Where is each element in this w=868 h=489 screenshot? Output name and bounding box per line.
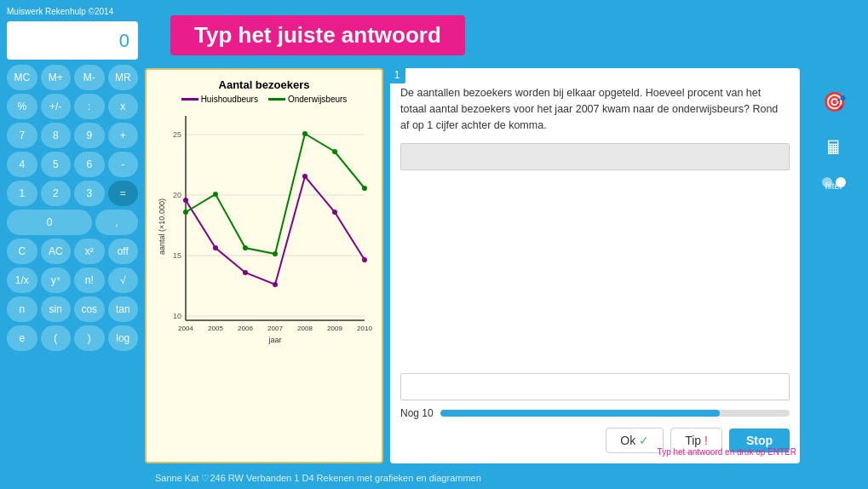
nog-bar-fill <box>440 410 720 417</box>
top-bar: Typ het juiste antwoord <box>145 15 868 55</box>
nog-row: Nog 10 <box>400 407 790 419</box>
svg-text:20: 20 <box>172 191 181 199</box>
calc-comma[interactable]: , <box>95 210 138 235</box>
svg-point-24 <box>332 210 337 215</box>
svg-text:2007: 2007 <box>267 325 283 332</box>
calc-row-0: 0 , <box>7 210 138 235</box>
calc-ac[interactable]: AC <box>41 239 72 264</box>
calc-5[interactable]: 5 <box>41 152 72 177</box>
ok-check-icon: ✓ <box>639 434 649 447</box>
calc-row-mc: MC M+ M- MR <box>7 65 138 90</box>
calc-c[interactable]: C <box>7 239 37 264</box>
calc-mc[interactable]: MC <box>7 65 37 90</box>
svg-point-25 <box>362 257 367 262</box>
svg-point-23 <box>302 174 308 179</box>
svg-point-30 <box>302 131 308 136</box>
question-panel: 1 De aantallen bezoekers worden bij elka… <box>390 68 800 463</box>
chart-svg: aantal (×10.000) 25 20 15 10 2004 2005 <box>156 107 373 346</box>
calc-plus[interactable]: + <box>108 123 139 148</box>
filter-label: filter <box>825 181 843 191</box>
calc-n[interactable]: n <box>7 296 37 322</box>
answer-input[interactable] <box>400 143 790 170</box>
calc-row-inv: 1/x yˣ n! √ <box>7 268 138 293</box>
calc-e[interactable]: e <box>7 325 37 351</box>
calc-sin[interactable]: sin <box>41 296 72 322</box>
calc-header: Muiswerk Rekenhulp ©2014 <box>7 7 138 16</box>
calc-xsq[interactable]: x² <box>74 239 105 264</box>
svg-point-22 <box>273 282 278 287</box>
calc-off[interactable]: off <box>108 239 139 264</box>
calc-cos[interactable]: cos <box>74 296 105 322</box>
calc-4[interactable]: 4 <box>7 152 37 177</box>
calc-inv[interactable]: 1/x <box>7 268 37 293</box>
calc-lparen[interactable]: ( <box>41 325 72 351</box>
svg-text:jaar: jaar <box>267 336 281 344</box>
question-number: 1 <box>388 66 405 83</box>
calc-equals[interactable]: = <box>108 181 139 206</box>
second-input[interactable] <box>400 373 790 400</box>
status-text: Sanne Kat ♡246 RW Verbanden 1 D4 Rekenen… <box>155 473 481 484</box>
calc-row-c: C AC x² off <box>7 239 138 264</box>
legend-huishoudbeurs: Huishoudbeurs <box>181 95 258 104</box>
calc-1[interactable]: 1 <box>7 181 37 206</box>
calc-minus[interactable]: - <box>108 152 139 177</box>
calc-row-ops: % +/- : x <box>7 94 138 119</box>
svg-point-19 <box>183 198 188 203</box>
tip-excl-icon: ! <box>704 434 708 447</box>
calc-3[interactable]: 3 <box>74 181 105 206</box>
chart-title: Aantal bezoekers <box>155 78 373 91</box>
legend-line-green <box>268 98 285 101</box>
calc-tan[interactable]: tan <box>108 296 139 322</box>
svg-text:10: 10 <box>172 312 181 320</box>
svg-text:2006: 2006 <box>238 325 253 332</box>
svg-point-27 <box>213 192 218 197</box>
svg-text:2004: 2004 <box>178 325 193 332</box>
calc-row-misc: e ( ) log <box>7 325 138 351</box>
calc-mplus[interactable]: M+ <box>41 65 72 90</box>
calc-fact[interactable]: n! <box>74 268 105 293</box>
tip-label: Tip <box>685 434 701 447</box>
legend-label-purple: Huishoudbeurs <box>201 95 258 104</box>
calc-6[interactable]: 6 <box>74 152 105 177</box>
calc-display: 0 <box>7 21 138 60</box>
question-text: De aantallen bezoekers worden bij elkaar… <box>400 85 790 133</box>
calc-mminus[interactable]: M- <box>74 65 105 90</box>
svg-text:2008: 2008 <box>297 325 313 332</box>
svg-text:15: 15 <box>172 251 181 260</box>
svg-text:2010: 2010 <box>357 325 372 332</box>
calculator-icon[interactable]: 🖩 <box>817 131 851 165</box>
svg-point-32 <box>362 186 367 191</box>
svg-text:25: 25 <box>172 130 181 139</box>
calc-multiply[interactable]: x <box>108 94 139 119</box>
calc-log[interactable]: log <box>108 325 139 351</box>
bottom-hint: Typ het antwoord en druk op ENTER <box>390 447 800 457</box>
svg-point-31 <box>332 149 337 154</box>
calc-row-789: 7 8 9 + <box>7 123 138 148</box>
calc-rparen[interactable]: ) <box>74 325 105 351</box>
calc-plusminus[interactable]: +/- <box>41 94 72 119</box>
calc-8[interactable]: 8 <box>41 123 72 148</box>
svg-point-26 <box>183 210 188 215</box>
svg-text:2005: 2005 <box>208 325 223 332</box>
calc-0[interactable]: 0 <box>7 210 92 235</box>
nog-bar-bg <box>440 410 790 417</box>
svg-point-28 <box>243 245 248 250</box>
nog-label: Nog 10 <box>400 407 434 419</box>
calc-sqrt[interactable]: √ <box>108 268 139 293</box>
svg-text:2009: 2009 <box>327 325 342 332</box>
status-bar: Sanne Kat ♡246 RW Verbanden 1 D4 Rekenen… <box>145 467 868 489</box>
calc-2[interactable]: 2 <box>41 181 72 206</box>
target-icon[interactable]: 🎯 <box>817 85 851 119</box>
calc-9[interactable]: 9 <box>74 123 105 148</box>
calc-row-123: 1 2 3 = <box>7 181 138 206</box>
calc-7[interactable]: 7 <box>7 123 37 148</box>
right-panel: 🎯 🖩 filter <box>800 68 868 191</box>
calc-yx[interactable]: yˣ <box>41 268 72 293</box>
calc-percent[interactable]: % <box>7 94 37 119</box>
calc-divide[interactable]: : <box>74 94 105 119</box>
chart-card: Aantal bezoekers Huishoudbeurs Onderwijs… <box>145 68 383 463</box>
calc-mr[interactable]: MR <box>108 65 139 90</box>
page-title: Typ het juiste antwoord <box>170 15 465 55</box>
main-area: Aantal bezoekers Huishoudbeurs Onderwijs… <box>145 68 800 463</box>
calc-row-456: 4 5 6 - <box>7 152 138 177</box>
